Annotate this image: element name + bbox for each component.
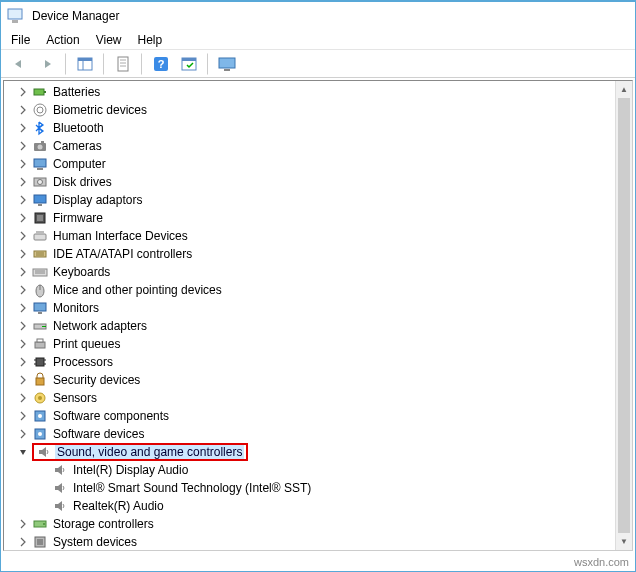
toolbar-separator — [65, 53, 67, 75]
tree-item[interactable]: IDE ATA/ATAPI controllers — [10, 245, 632, 263]
tree-item-label[interactable]: Storage controllers — [51, 517, 156, 531]
tree-item-label[interactable]: Security devices — [51, 373, 142, 387]
tree-item[interactable]: Biometric devices — [10, 101, 632, 119]
expand-icon[interactable] — [16, 427, 30, 441]
tree-item[interactable]: Print queues — [10, 335, 632, 353]
tree-item[interactable]: Software devices — [10, 425, 632, 443]
tree-item-label[interactable]: Software devices — [51, 427, 146, 441]
expand-icon[interactable] — [16, 265, 30, 279]
tree-item-label[interactable]: Firmware — [51, 211, 105, 225]
expand-icon[interactable] — [16, 409, 30, 423]
back-button[interactable] — [7, 53, 31, 75]
tree-item[interactable]: Firmware — [10, 209, 632, 227]
tree-item-label[interactable]: Intel® Smart Sound Technology (Intel® SS… — [71, 481, 313, 495]
scroll-up-button[interactable]: ▲ — [616, 81, 632, 98]
tree-item-label[interactable]: Computer — [51, 157, 108, 171]
tree-item-label[interactable]: Monitors — [51, 301, 101, 315]
tree-item-label[interactable]: Software components — [51, 409, 171, 423]
expand-icon[interactable] — [16, 121, 30, 135]
svg-rect-62 — [37, 539, 43, 545]
tree-item[interactable]: Network adapters — [10, 317, 632, 335]
tree-item[interactable]: Processors — [10, 353, 632, 371]
tree-item[interactable]: Human Interface Devices — [10, 227, 632, 245]
scan-button[interactable] — [177, 53, 201, 75]
svg-rect-47 — [36, 358, 44, 366]
help-button[interactable]: ? — [149, 53, 173, 75]
expand-icon[interactable] — [16, 193, 30, 207]
tree-item[interactable]: Sound, video and game controllers — [10, 443, 632, 461]
tree-item-label[interactable]: Sensors — [51, 391, 99, 405]
collapse-icon[interactable] — [16, 445, 30, 459]
menu-help[interactable]: Help — [138, 33, 163, 47]
properties-button[interactable] — [111, 53, 135, 75]
tree-item-label[interactable]: Print queues — [51, 337, 122, 351]
vertical-scrollbar[interactable]: ▲▼ — [615, 81, 632, 550]
device-tree[interactable]: BatteriesBiometric devicesBluetoothCamer… — [3, 80, 633, 551]
menu-file[interactable]: File — [11, 33, 30, 47]
expand-icon[interactable] — [16, 85, 30, 99]
forward-button[interactable] — [35, 53, 59, 75]
tree-item[interactable]: Bluetooth — [10, 119, 632, 137]
tree-item[interactable]: Cameras — [10, 137, 632, 155]
tree-item-label[interactable]: Cameras — [51, 139, 104, 153]
tree-item-label[interactable]: Mice and other pointing devices — [51, 283, 224, 297]
show-hidden-button[interactable] — [73, 53, 97, 75]
expand-icon[interactable] — [16, 211, 30, 225]
computer-button[interactable] — [215, 53, 239, 75]
tree-item-label[interactable]: Bluetooth — [51, 121, 106, 135]
tree-item[interactable]: Disk drives — [10, 173, 632, 191]
tree-item-label[interactable]: System devices — [51, 535, 139, 549]
tree-item[interactable]: Intel(R) Display Audio — [10, 461, 632, 479]
tree-item[interactable]: Software components — [10, 407, 632, 425]
menu-view[interactable]: View — [96, 33, 122, 47]
expand-icon[interactable] — [16, 319, 30, 333]
tree-item-label[interactable]: Network adapters — [51, 319, 149, 333]
expand-icon[interactable] — [16, 157, 30, 171]
tree-item-label[interactable]: Processors — [51, 355, 115, 369]
tree-item[interactable]: Security devices — [10, 371, 632, 389]
tree-item[interactable]: Batteries — [10, 83, 632, 101]
expand-icon[interactable] — [16, 355, 30, 369]
tree-item[interactable]: Mice and other pointing devices — [10, 281, 632, 299]
expand-icon[interactable] — [16, 139, 30, 153]
tree-item-label[interactable]: IDE ATA/ATAPI controllers — [51, 247, 194, 261]
menu-action[interactable]: Action — [46, 33, 79, 47]
tree-item-label[interactable]: Biometric devices — [51, 103, 149, 117]
svg-rect-0 — [8, 9, 22, 19]
tree-item-label[interactable]: Keyboards — [51, 265, 112, 279]
tree-item[interactable]: System devices — [10, 533, 632, 551]
tree-item[interactable]: Realtek(R) Audio — [10, 497, 632, 515]
watermark: wsxdn.com — [574, 556, 629, 568]
expand-icon[interactable] — [16, 517, 30, 531]
tree-item[interactable]: Storage controllers — [10, 515, 632, 533]
tree-item[interactable]: Sensors — [10, 389, 632, 407]
tree-item-label[interactable]: Display adaptors — [51, 193, 144, 207]
expand-icon[interactable] — [16, 337, 30, 351]
expand-icon[interactable] — [16, 301, 30, 315]
expand-icon[interactable] — [16, 247, 30, 261]
tree-item-label[interactable]: Intel(R) Display Audio — [71, 463, 190, 477]
tree-item-label[interactable]: Human Interface Devices — [51, 229, 190, 243]
scroll-down-button[interactable]: ▼ — [616, 533, 632, 550]
tree-item[interactable]: Display adaptors — [10, 191, 632, 209]
tree-item[interactable]: Monitors — [10, 299, 632, 317]
svg-point-60 — [43, 523, 45, 525]
expand-icon[interactable] — [16, 229, 30, 243]
expand-icon[interactable] — [16, 373, 30, 387]
expand-icon[interactable] — [16, 175, 30, 189]
scroll-thumb[interactable] — [618, 98, 630, 533]
tree-item[interactable]: Keyboards — [10, 263, 632, 281]
tree-item[interactable]: Computer — [10, 155, 632, 173]
tree-item-label[interactable]: Realtek(R) Audio — [71, 499, 166, 513]
tree-item-label[interactable]: Sound, video and game controllers — [55, 445, 244, 459]
svg-rect-32 — [34, 251, 46, 257]
expand-icon[interactable] — [16, 391, 30, 405]
expand-icon[interactable] — [16, 535, 30, 549]
expand-icon[interactable] — [16, 283, 30, 297]
svg-point-17 — [34, 104, 46, 116]
tree-item-label[interactable]: Disk drives — [51, 175, 114, 189]
tree-item-label[interactable]: Batteries — [51, 85, 102, 99]
tree-item[interactable]: Intel® Smart Sound Technology (Intel® SS… — [10, 479, 632, 497]
titlebar[interactable]: Device Manager — [1, 2, 635, 30]
expand-icon[interactable] — [16, 103, 30, 117]
